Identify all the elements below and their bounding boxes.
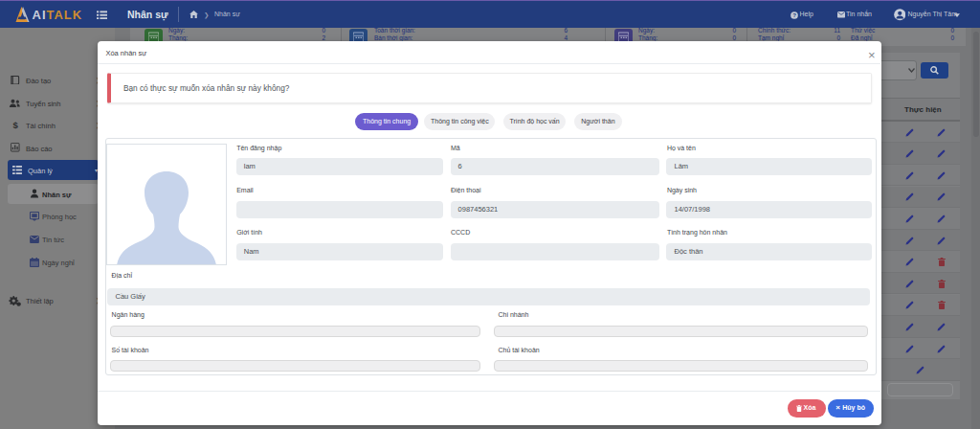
svg-text:?: ?: [792, 11, 796, 18]
